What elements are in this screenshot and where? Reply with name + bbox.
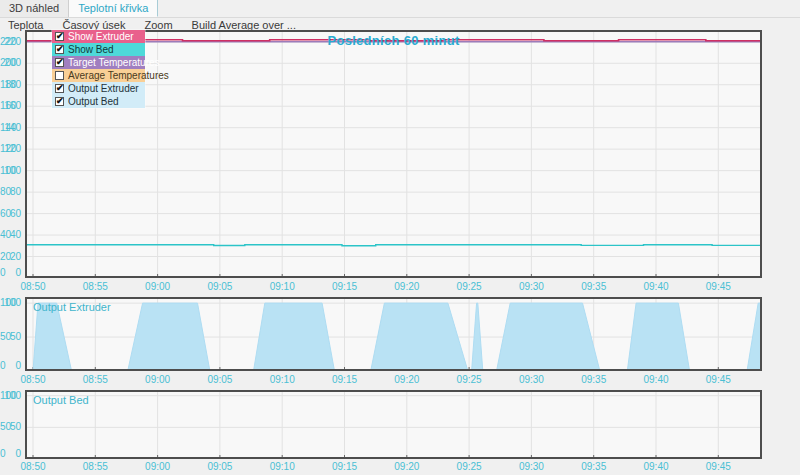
chart-area: Posledních 60 minut Show Extruder Show B… [0,0,800,475]
legend-label: Target Temperatures [68,57,160,68]
output-bed-chart-svg [25,390,762,459]
legend-label: Show Bed [68,44,114,55]
x-axis-label: 09:45 [703,461,733,472]
x-axis-label: 09:00 [143,461,173,472]
output-extruder-chart-svg [25,297,762,371]
legend-label: Output Extruder [68,83,139,94]
x-axis-label: 09:45 [703,374,733,385]
legend-average-temperatures[interactable]: Average Temperatures [52,69,145,82]
x-axis-label: 09:00 [143,281,173,292]
x-axis-label: 09:05 [205,281,235,292]
x-axis-label: 09:25 [454,281,484,292]
x-axis-label: 09:30 [516,281,546,292]
legend-show-extruder[interactable]: Show Extruder [52,30,145,43]
x-axis-label: 09:20 [392,281,422,292]
legend-label: Output Bed [68,96,119,107]
x-axis-label: 09:20 [392,461,422,472]
x-axis-label: 09:15 [330,461,360,472]
x-axis-label: 08:50 [18,281,48,292]
legend-output-bed[interactable]: Output Bed [52,95,145,108]
x-axis-label: 09:00 [143,374,173,385]
legend-label: Average Temperatures [68,70,169,81]
panel-label: Output Extruder [33,301,111,313]
show-extruder-checkbox[interactable] [55,32,64,41]
target-temperatures-checkbox[interactable] [55,58,64,67]
x-axis-label: 08:55 [80,281,110,292]
x-axis-label: 09:35 [579,461,609,472]
x-axis-label: 08:50 [18,461,48,472]
x-axis-label: 09:25 [454,461,484,472]
x-axis-label: 09:20 [392,374,422,385]
x-axis-label: 09:15 [330,281,360,292]
legend-label: Show Extruder [68,31,134,42]
legend-show-bed[interactable]: Show Bed [52,43,145,56]
x-axis-label: 09:35 [579,281,609,292]
show-bed-checkbox[interactable] [55,45,64,54]
panel-label: Output Bed [33,394,89,406]
average-temperatures-checkbox[interactable] [55,71,64,80]
x-axis-label: 09:40 [641,281,671,292]
legend-output-extruder[interactable]: Output Extruder [52,82,145,95]
x-axis-label: 09:45 [703,281,733,292]
output-extruder-checkbox[interactable] [55,84,64,93]
x-axis-label: 09:35 [579,374,609,385]
x-axis-label: 09:15 [330,374,360,385]
x-axis-label: 09:05 [205,461,235,472]
x-axis-label: 08:55 [80,374,110,385]
x-axis-label: 09:40 [641,374,671,385]
output-area [33,303,762,371]
x-axis-label: 09:05 [205,374,235,385]
output-bed-checkbox[interactable] [55,97,64,106]
x-axis-label: 09:10 [267,461,297,472]
curve-legend: Show Extruder Show Bed Target Temperatur… [52,30,145,108]
x-axis-label: 09:30 [516,374,546,385]
legend-target-temperatures[interactable]: Target Temperatures [52,56,145,69]
x-axis-label: 09:10 [267,281,297,292]
x-axis-label: 09:10 [267,374,297,385]
x-axis-label: 09:25 [454,374,484,385]
x-axis-label: 08:50 [18,374,48,385]
x-axis-label: 09:40 [641,461,671,472]
x-axis-label: 09:30 [516,461,546,472]
x-axis-label: 08:55 [80,461,110,472]
